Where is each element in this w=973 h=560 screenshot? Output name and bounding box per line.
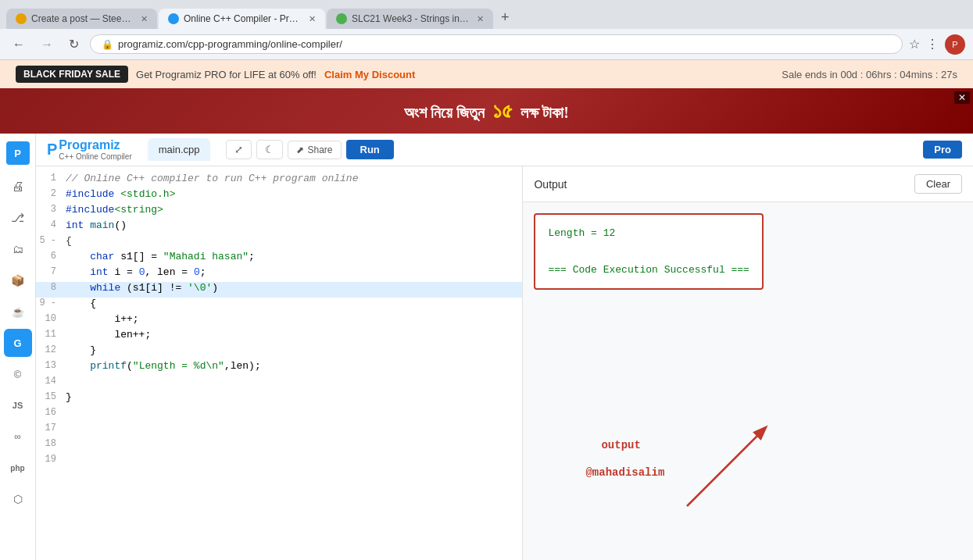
tab-2-close[interactable]: ✕ [309, 14, 316, 24]
tab-1[interactable]: Create a post — Steemit ✕ [6, 9, 157, 29]
ad-content: অংশ নিয়ে জিতুন ১৫ লক্ষ টাকা! [404, 98, 569, 124]
code-line-2: 2 #include <stdio.h> [36, 188, 522, 204]
run-button[interactable]: Run [346, 140, 394, 159]
sidebar-item-extra[interactable]: ⬡ [4, 485, 32, 513]
promo-link[interactable]: Claim My Discount [324, 69, 415, 80]
line-content-2: #include <stdio.h> [66, 188, 522, 204]
line-num-4: 4 [36, 219, 66, 235]
line-num-6: 6 [36, 251, 66, 266]
prog-icon: P [47, 141, 57, 159]
output-content: Length = 12 === Code Execution Successfu… [523, 202, 973, 560]
line-num-9: 9 - [36, 298, 66, 313]
code-line-14: 14 [36, 376, 522, 391]
address-bar[interactable]: 🔒 programiz.com/cpp-programming/online-c… [90, 34, 903, 54]
code-line-10: 10 i++; [36, 313, 522, 329]
line-num-10: 10 [36, 313, 66, 329]
pro-button[interactable]: Pro [923, 141, 962, 159]
code-line-4: 4 int main() [36, 219, 522, 235]
ad-banner: অংশ নিয়ে জিতুন ১৫ লক্ষ টাকা! ✕ [0, 88, 973, 134]
code-line-15: 15 } [36, 391, 522, 407]
line-num-8: 8 [36, 282, 66, 298]
code-line-3: 3 #include<string> [36, 204, 522, 219]
sidebar-item-git[interactable]: ⎇ [4, 204, 32, 232]
sidebar-item-go[interactable]: ∞ [4, 423, 32, 451]
line-content-13: printf("Length = %d\n",len); [66, 360, 522, 376]
line-content-10: i++; [66, 313, 522, 329]
line-num-3: 3 [36, 204, 66, 219]
split-view: 1 // Online C++ compiler to run C++ prog… [36, 166, 973, 560]
back-button[interactable]: ← [8, 34, 30, 55]
tab-1-close[interactable]: ✕ [141, 14, 148, 24]
line-content-4: int main() [66, 219, 522, 235]
sidebar-item-box[interactable]: 📦 [4, 266, 32, 294]
line-content-1: // Online C++ compiler to run C++ progra… [66, 173, 522, 188]
sidebar-item-files[interactable]: 🗂 [4, 235, 32, 263]
expand-button[interactable]: ⤢ [226, 140, 252, 159]
tab-3-close[interactable]: ✕ [477, 14, 484, 24]
reload-button[interactable]: ↻ [64, 34, 84, 55]
programiz-logo: P Programiz C++ Online Compiler [47, 138, 132, 161]
forward-button[interactable]: → [36, 34, 58, 55]
promo-banner: BLACK FRIDAY SALE Get Programiz PRO for … [0, 60, 973, 88]
file-tab[interactable]: main.cpp [148, 138, 211, 161]
code-line-13: 13 printf("Length = %d\n",len); [36, 360, 522, 376]
browser-chrome: Create a post — Steemit ✕ Online C++ Com… [0, 0, 973, 60]
sidebar-item-php[interactable]: php [4, 454, 32, 482]
code-line-11: 11 len++; [36, 329, 522, 344]
address-text: programiz.com/cpp-programming/online-com… [118, 38, 891, 50]
line-content-6: char s1[] = "Mahadi hasan"; [66, 251, 522, 266]
clear-button[interactable]: Clear [914, 174, 962, 194]
code-line-16: 16 [36, 407, 522, 423]
sidebar-item-cpp[interactable]: G [4, 329, 32, 357]
sidebar-item-js[interactable]: JS [4, 391, 32, 419]
code-line-12: 12 } [36, 344, 522, 360]
code-line-9: 9 - { [36, 298, 522, 313]
sidebar-item-c[interactable]: © [4, 360, 32, 388]
bookmark-button[interactable]: ☆ [909, 37, 920, 52]
output-result-blank [548, 242, 749, 260]
line-content-7: int i = 0, len = 0; [66, 266, 522, 282]
menu-button[interactable]: ⋮ [926, 37, 939, 52]
line-num-15: 15 [36, 391, 66, 407]
code-line-18: 18 [36, 438, 522, 454]
code-line-1: 1 // Online C++ compiler to run C++ prog… [36, 173, 522, 188]
code-line-7: 7 int i = 0, len = 0; [36, 266, 522, 282]
share-button[interactable]: ⬈ Share [288, 141, 341, 159]
tab-3-label: SLC21 Week3 - Strings in C — S [352, 13, 469, 24]
line-num-2: 2 [36, 188, 66, 204]
lock-icon: 🔒 [102, 39, 113, 50]
output-header: Output Clear [523, 166, 973, 202]
share-label: Share [307, 144, 332, 155]
line-num-7: 7 [36, 266, 66, 282]
line-content-11: len++; [66, 329, 522, 344]
line-num-13: 13 [36, 360, 66, 376]
new-tab-button[interactable]: + [495, 6, 516, 29]
nav-bar: ← → ↻ 🔒 programiz.com/cpp-programming/on… [0, 29, 973, 60]
tab-2[interactable]: Online C++ Compiler - Progra... ✕ [159, 9, 325, 29]
line-content-14 [66, 376, 522, 391]
avatar: P [945, 34, 965, 55]
code-line-19: 19 [36, 454, 522, 469]
tab-2-label: Online C++ Compiler - Progra... [184, 13, 301, 24]
code-line-8: 8 while (s1[i] != '\0') [36, 282, 522, 298]
editor-actions: ⤢ ☾ ⬈ Share Run [226, 140, 393, 159]
black-friday-badge: BLACK FRIDAY SALE [16, 66, 128, 83]
code-editor[interactable]: 1 // Online C++ compiler to run C++ prog… [36, 166, 523, 560]
editor-output-container: P Programiz C++ Online Compiler main.cpp… [36, 134, 973, 560]
share-icon: ⬈ [296, 144, 304, 155]
line-num-5: 5 - [36, 235, 66, 251]
sale-timer: Sale ends in 00d : 06hrs : 04mins : 27s [782, 69, 957, 80]
sidebar-item-java[interactable]: ☕ [4, 298, 32, 326]
tab-3[interactable]: SLC21 Week3 - Strings in C — S ✕ [327, 9, 493, 29]
theme-button[interactable]: ☾ [256, 140, 283, 159]
tab-bar: Create a post — Steemit ✕ Online C++ Com… [0, 0, 973, 29]
annotation-output-label: output [601, 439, 640, 451]
ad-close-button[interactable]: ✕ [954, 91, 970, 104]
output-result-3: === Code Execution Successful === [548, 261, 749, 279]
tab-1-label: Create a post — Steemit [31, 13, 133, 24]
line-content-15: } [66, 391, 522, 407]
code-line-6: 6 char s1[] = "Mahadi hasan"; [36, 251, 522, 266]
line-content-5: { [66, 235, 522, 251]
sidebar-item-print[interactable]: 🖨 [4, 173, 32, 201]
prog-subtitle: C++ Online Compiler [59, 152, 131, 161]
